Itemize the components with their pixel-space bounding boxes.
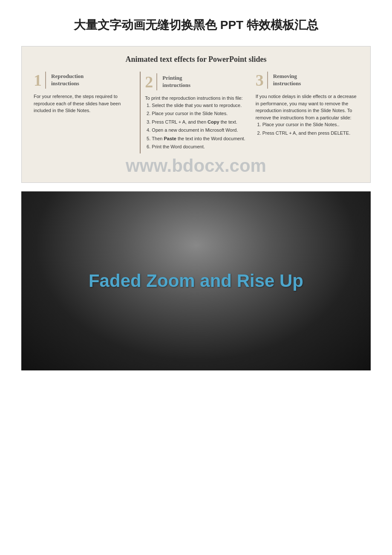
printing-title: Printing instructions bbox=[162, 75, 190, 89]
slide1-header: Animated text effects for PowerPoint sli… bbox=[30, 55, 362, 64]
removing-intro: If you notice delays in slide effects or… bbox=[256, 93, 358, 121]
printing-step-1: Select the slide that you want to reprod… bbox=[152, 102, 248, 109]
printing-header: 2 Printing instructions bbox=[145, 73, 248, 90]
instructions-row: 1 Reproduction instructions For your ref… bbox=[30, 72, 362, 153]
printing-step-4: Open a new document in Microsoft Word. bbox=[152, 127, 248, 134]
printing-col: 2 Printing instructions To print the rep… bbox=[140, 72, 252, 153]
reproduction-title: Reproduction instructions bbox=[51, 73, 84, 87]
removing-divider bbox=[267, 72, 268, 89]
printing-step-3: Press CTRL + A, and then Copy the text. bbox=[152, 119, 248, 126]
removing-title-line1: Removing bbox=[273, 73, 301, 80]
removing-number: 3 bbox=[256, 72, 264, 88]
printing-steps: Select the slide that you want to reprod… bbox=[145, 102, 248, 150]
removing-step-2: Press CTRL + A, and then press DELETE. bbox=[262, 130, 358, 137]
reproduction-header: 1 Reproduction instructions bbox=[34, 72, 136, 89]
reproduction-col: 1 Reproduction instructions For your ref… bbox=[30, 72, 140, 153]
printing-body: To print the reproduction instructions i… bbox=[145, 95, 248, 150]
removing-col: 3 Removing instructions If you notice de… bbox=[252, 72, 362, 153]
printing-divider bbox=[156, 73, 157, 90]
removing-title: Removing instructions bbox=[273, 73, 301, 87]
removing-title-line2: instructions bbox=[273, 80, 301, 87]
printing-intro: To print the reproduction instructions i… bbox=[145, 95, 248, 102]
watermark: www.bdocx.com bbox=[30, 156, 362, 176]
printing-number: 2 bbox=[145, 74, 153, 90]
page-title: 大量文字动画无缝切换黑色 PPT 特效模板汇总 bbox=[0, 0, 392, 42]
reproduction-divider bbox=[45, 72, 46, 89]
printing-step-5: Then Paste the text into the Word docume… bbox=[152, 135, 248, 142]
removing-header: 3 Removing instructions bbox=[256, 72, 358, 89]
reproduction-body: For your reference, the steps required t… bbox=[34, 93, 136, 114]
reproduction-number: 1 bbox=[34, 72, 42, 88]
printing-title-line2: instructions bbox=[162, 82, 190, 89]
removing-step-1: Place your cursor in the Slide Notes.. bbox=[262, 121, 358, 128]
removing-steps: Place your cursor in the Slide Notes.. P… bbox=[256, 121, 358, 136]
reproduction-title-line1: Reproduction bbox=[51, 73, 84, 80]
reproduction-title-line2: instructions bbox=[51, 80, 84, 87]
faded-zoom-text: Faded Zoom and Rise Up bbox=[89, 271, 303, 291]
slide-panel-1: Animated text effects for PowerPoint sli… bbox=[21, 46, 371, 183]
printing-step-2: Place your cursor in the Slide Notes. bbox=[152, 110, 248, 117]
printing-title-line1: Printing bbox=[162, 75, 190, 82]
slide-panel-2: Faded Zoom and Rise Up bbox=[21, 191, 371, 370]
removing-body: If you notice delays in slide effects or… bbox=[256, 93, 358, 136]
printing-step-6: Print the Word document. bbox=[152, 143, 248, 150]
